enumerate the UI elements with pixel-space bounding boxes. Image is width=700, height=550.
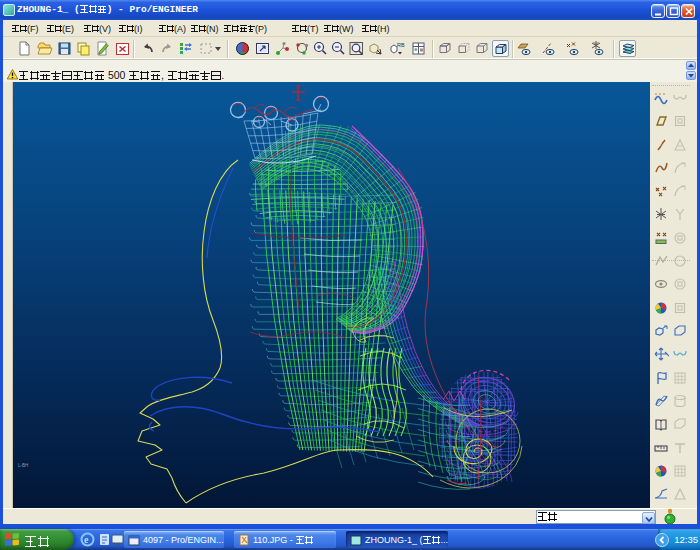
svg-text:RB: RB: [397, 42, 405, 48]
svg-text:e: e: [84, 534, 89, 545]
svg-text:L-BH: L-BH: [18, 463, 28, 468]
